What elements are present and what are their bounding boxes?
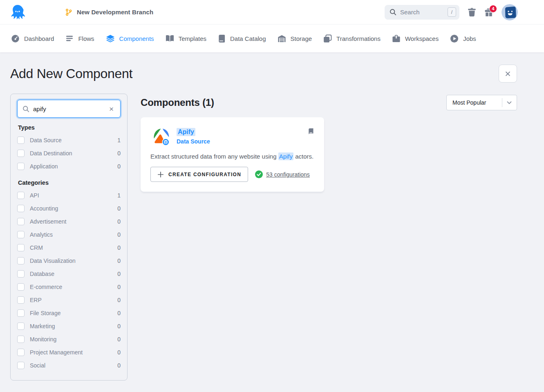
- filter-count: 0: [117, 323, 121, 329]
- global-search[interactable]: Search /: [385, 5, 459, 20]
- play-circle-icon: [450, 34, 459, 43]
- nav-templates[interactable]: Templates: [165, 32, 207, 45]
- filter-social[interactable]: Social 0: [17, 359, 121, 372]
- filter-label: CRM: [30, 244, 117, 251]
- filter-file-storage[interactable]: File Storage 0: [17, 307, 121, 320]
- checkbox[interactable]: [17, 192, 25, 199]
- checkbox[interactable]: [17, 270, 25, 278]
- filter-label: Analytics: [30, 231, 117, 238]
- git-branch-icon: [65, 9, 72, 16]
- description-highlight: Apify: [278, 152, 293, 160]
- filter-count: 0: [117, 284, 121, 290]
- nav-dashboard[interactable]: Dashboard: [10, 32, 55, 45]
- filter-application[interactable]: Application 0: [17, 160, 121, 173]
- filter-api[interactable]: API 1: [17, 189, 121, 202]
- filter-count: 1: [117, 192, 121, 199]
- avatar-icon: [501, 4, 518, 20]
- filter-count: 0: [117, 362, 121, 369]
- checkbox[interactable]: [17, 244, 25, 251]
- trash-button[interactable]: [468, 7, 476, 17]
- filter-count: 0: [117, 231, 121, 238]
- description-text: Extract structured data from any website…: [150, 153, 278, 160]
- clear-search-icon[interactable]: ×: [107, 104, 115, 114]
- nav-data-catalog[interactable]: Data Catalog: [217, 32, 267, 45]
- close-button[interactable]: [499, 65, 517, 83]
- apify-logo: [150, 126, 170, 146]
- filter-count: 0: [117, 163, 121, 170]
- flows-lines-icon: [65, 34, 74, 43]
- component-description: Extract structured data from any website…: [150, 153, 314, 160]
- filter-data-destination[interactable]: Data Destination 0: [17, 147, 121, 160]
- filter-count: 0: [117, 271, 121, 277]
- whats-new-button[interactable]: 4: [484, 8, 493, 17]
- checkbox[interactable]: [17, 336, 25, 343]
- trash-icon: [468, 7, 476, 17]
- nav-flows[interactable]: Flows: [65, 32, 95, 45]
- filter-count: 0: [117, 218, 121, 225]
- octopus-icon: [10, 4, 25, 20]
- filter-analytics[interactable]: Analytics 0: [17, 228, 121, 241]
- nav-jobs[interactable]: Jobs: [449, 32, 477, 45]
- nav-label: Jobs: [463, 35, 476, 42]
- filter-accounting[interactable]: Accounting 0: [17, 202, 121, 215]
- component-search-box[interactable]: ×: [17, 100, 121, 118]
- checkbox[interactable]: [17, 362, 25, 369]
- checkbox[interactable]: [17, 323, 25, 330]
- create-configuration-label: CREATE CONFIGURATION: [168, 172, 241, 177]
- stacked-squares-icon: [323, 34, 332, 43]
- types-section-title: Types: [18, 124, 121, 131]
- user-avatar[interactable]: [501, 4, 518, 20]
- filter-crm[interactable]: CRM 0: [17, 241, 121, 254]
- component-card-apify: Apify Data Source Extract structured dat…: [141, 117, 324, 192]
- checkbox[interactable]: [17, 283, 25, 291]
- nav-transformations[interactable]: Transformations: [322, 32, 381, 45]
- filter-ecommerce[interactable]: E-commerce 0: [17, 280, 121, 293]
- filter-count: 0: [117, 297, 121, 303]
- filter-marketing[interactable]: Marketing 0: [17, 320, 121, 333]
- keboola-octopus-logo[interactable]: [10, 4, 25, 21]
- documentation-button[interactable]: [308, 128, 314, 146]
- branch-name: New Development Branch: [77, 9, 153, 16]
- filter-erp[interactable]: ERP 0: [17, 293, 121, 307]
- nav-label: Dashboard: [24, 35, 54, 42]
- nav-label: Transformations: [336, 35, 381, 42]
- create-configuration-button[interactable]: CREATE CONFIGURATION: [150, 167, 248, 182]
- briefcase-icon: [392, 34, 401, 43]
- checkbox[interactable]: [17, 309, 25, 317]
- component-name[interactable]: Apify: [177, 128, 195, 136]
- nav-storage[interactable]: Storage: [277, 32, 313, 45]
- component-search-input[interactable]: [33, 105, 107, 112]
- filter-data-visualization[interactable]: Data Visualization 0: [17, 254, 121, 267]
- filter-data-source[interactable]: Data Source 1: [17, 134, 121, 147]
- nav-workspaces[interactable]: Workspaces: [391, 32, 439, 45]
- checkbox[interactable]: [17, 205, 25, 212]
- gauge-icon: [11, 34, 20, 43]
- component-type-link[interactable]: Data Source: [177, 138, 210, 145]
- checkbox[interactable]: [17, 218, 25, 225]
- checkbox[interactable]: [17, 231, 25, 238]
- search-icon: [22, 105, 29, 112]
- top-header: New Development Branch Search / 4: [0, 0, 544, 25]
- filter-count: 0: [117, 310, 121, 316]
- branch-selector[interactable]: New Development Branch: [65, 9, 153, 16]
- nav-components[interactable]: Components: [105, 32, 155, 45]
- checkbox[interactable]: [17, 163, 25, 170]
- checkbox[interactable]: [17, 137, 25, 144]
- checkbox[interactable]: [17, 257, 25, 264]
- filter-monitoring[interactable]: Monitoring 0: [17, 333, 121, 346]
- configurations-link[interactable]: 53 configurations: [266, 171, 310, 178]
- nav-label: Data Catalog: [230, 35, 266, 42]
- search-icon: [390, 9, 396, 16]
- filter-project-management[interactable]: Project Management 0: [17, 346, 121, 359]
- checkbox[interactable]: [17, 296, 25, 304]
- filter-count: 0: [117, 336, 121, 343]
- filter-database[interactable]: Database 0: [17, 267, 121, 280]
- checkbox[interactable]: [17, 349, 25, 356]
- close-icon: [505, 71, 511, 77]
- nav-label: Templates: [179, 35, 206, 42]
- checkbox[interactable]: [17, 150, 25, 157]
- nav-label: Flows: [78, 35, 94, 42]
- search-shortcut-hint: /: [448, 7, 456, 17]
- filter-advertisement[interactable]: Advertisement 0: [17, 215, 121, 228]
- sort-dropdown[interactable]: Most Popular: [446, 95, 517, 110]
